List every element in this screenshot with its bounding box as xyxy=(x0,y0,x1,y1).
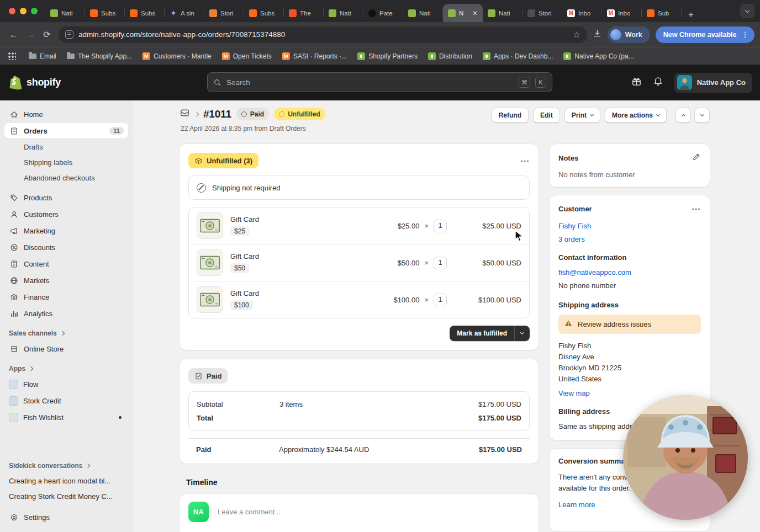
customer-email-link[interactable]: fish@nativeappco.com xyxy=(558,268,631,276)
customer-orders-link[interactable]: 3 orders xyxy=(558,235,585,243)
sidebar-item-discounts[interactable]: Discounts xyxy=(4,240,128,255)
tab-title: Stori xyxy=(539,10,557,17)
customer-name-link[interactable]: Fishy Fish xyxy=(558,222,591,230)
bookmark-item[interactable]: Shopify Partners xyxy=(357,52,418,60)
tab-close-icon[interactable]: ✕ xyxy=(472,9,478,17)
browser-tab[interactable]: Nati xyxy=(483,4,522,22)
bookmark-item[interactable]: Distribution xyxy=(428,52,472,60)
notes-card: Notes No notes from customer xyxy=(550,144,710,187)
print-button[interactable]: Print xyxy=(564,108,600,123)
item-price: $100.00 xyxy=(393,296,419,304)
apps-grid-icon[interactable] xyxy=(8,52,16,60)
bookmark-item[interactable]: MSASI · Reports ·... xyxy=(282,52,347,60)
sidebar-item-marketing[interactable]: Marketing xyxy=(4,223,128,238)
account-menu[interactable]: Native App Co xyxy=(674,73,752,93)
edit-notes-pencil-icon[interactable] xyxy=(692,152,701,163)
browser-tab[interactable]: Nati xyxy=(403,4,443,22)
sidebar-item-customers[interactable]: Customers xyxy=(4,206,128,222)
customer-menu-dots-icon[interactable]: ⋯ xyxy=(692,204,701,214)
url-bar[interactable]: admin.shopify.com/store/native-app-co/or… xyxy=(59,26,587,43)
store-name: Native App Co xyxy=(697,78,746,87)
learn-more-link[interactable]: Learn more xyxy=(558,501,595,509)
bookmark-star-icon[interactable]: ☆ xyxy=(573,30,580,40)
chrome-profile-button[interactable]: Work xyxy=(608,26,650,43)
browser-tab[interactable]: Pate xyxy=(363,4,403,22)
bookmark-item[interactable]: Native App Co (pa... xyxy=(563,52,634,60)
bookmark-item[interactable]: Email xyxy=(29,52,56,60)
browser-tab[interactable]: Nati xyxy=(45,4,85,22)
zoom-window-button[interactable] xyxy=(31,8,38,14)
sidebar-item-analytics[interactable]: Analytics xyxy=(4,306,128,321)
folder-icon xyxy=(29,54,36,59)
sidebar-item-abandoned-checkouts[interactable]: Abandoned checkouts xyxy=(4,170,128,185)
card-menu-dots-icon[interactable]: ⋯ xyxy=(520,156,530,166)
item-title[interactable]: Gift Card xyxy=(230,252,398,260)
menu-dots-icon[interactable]: ⋮ xyxy=(742,30,750,39)
previous-order-button[interactable] xyxy=(675,108,691,123)
minimize-window-button[interactable] xyxy=(20,8,27,14)
sidekick-conversation[interactable]: Creating a heart icon modal bl... xyxy=(4,473,128,488)
sidebar-item-shipping-labels[interactable]: Shipping labels xyxy=(4,155,128,170)
sidebar-item-fish-wishlist[interactable]: Fish Wishlist xyxy=(4,409,128,425)
downloads-icon[interactable] xyxy=(593,29,602,40)
browser-tab[interactable]: MInbo xyxy=(562,4,602,22)
bookmark-item[interactable]: MCustomers · Mantle xyxy=(142,52,212,60)
sidebar-item-settings[interactable]: Settings xyxy=(4,509,128,525)
browser-tab[interactable]: Subs xyxy=(85,4,125,22)
site-info-icon[interactable] xyxy=(65,30,73,39)
sidebar-item-online-store[interactable]: Online Store xyxy=(4,341,128,357)
sidebar-item-home[interactable]: Home xyxy=(4,107,128,122)
sidebar-item-orders[interactable]: Orders 11 xyxy=(4,123,128,139)
mark-as-fulfilled-button[interactable]: Mark as fulfilled xyxy=(450,326,530,341)
bookmark-item[interactable]: The Shopify App... xyxy=(67,52,132,60)
sidebar-item-drafts[interactable]: Drafts xyxy=(4,139,128,155)
sidebar-section-sidekick[interactable]: Sidekick conversations xyxy=(4,459,128,473)
item-title[interactable]: Gift Card xyxy=(230,289,393,297)
global-search-input[interactable]: Search ⌘ K xyxy=(207,72,552,92)
shopify-logo[interactable]: shopify xyxy=(9,75,61,91)
address-warning-banner[interactable]: Review address issues xyxy=(558,315,701,334)
new-tab-button[interactable]: + xyxy=(684,8,698,22)
sidebar-item-markets[interactable]: Markets xyxy=(4,273,128,288)
url-text[interactable]: admin.shopify.com/store/native-app-co/or… xyxy=(78,30,568,39)
sidebar-item-flow[interactable]: Flow xyxy=(4,376,128,392)
sidebar-section-sales-channels[interactable]: Sales channels xyxy=(4,326,128,341)
forward-button[interactable]: → xyxy=(22,26,39,43)
comment-input[interactable]: Leave a comment... xyxy=(218,508,281,516)
sidekick-conversation[interactable]: Creating Stork Credit Money C... xyxy=(4,488,128,504)
sidebar-section-apps[interactable]: Apps xyxy=(4,361,128,376)
next-order-button[interactable] xyxy=(694,108,710,123)
item-title[interactable]: Gift Card xyxy=(230,215,398,224)
close-window-button[interactable] xyxy=(9,8,15,14)
notifications-bell-icon[interactable] xyxy=(653,76,663,89)
browser-tab[interactable]: ✦A sin xyxy=(165,4,204,22)
browser-tab[interactable]: MInbo xyxy=(602,4,642,22)
fulfill-options-caret[interactable] xyxy=(515,326,530,341)
sidebar-item-finance[interactable]: Finance xyxy=(4,289,128,305)
bookmark-item[interactable]: MOpen Tickets xyxy=(222,52,272,60)
back-button[interactable]: ← xyxy=(6,26,22,43)
browser-tab-active[interactable]: N✕ xyxy=(443,4,483,22)
chevron-right-icon xyxy=(60,331,64,336)
bookmark-item[interactable]: Apps · Dev Dashb... xyxy=(483,52,553,60)
browser-tab[interactable]: Stori xyxy=(204,4,244,22)
sidebar-item-stork-credit[interactable]: Stork Credit xyxy=(4,393,128,408)
sidebar-item-products[interactable]: Products xyxy=(4,190,128,205)
reload-button[interactable]: ⟳ xyxy=(39,26,55,43)
sidebar-item-content[interactable]: Content xyxy=(4,256,128,272)
browser-tab[interactable]: Stori xyxy=(522,4,562,22)
browser-tab[interactable]: Nati xyxy=(324,4,363,22)
order-breadcrumb-icon[interactable] xyxy=(180,108,190,120)
refund-button[interactable]: Refund xyxy=(492,108,529,123)
chrome-update-button[interactable]: New Chrome available ⋮ xyxy=(656,26,754,43)
browser-tab[interactable]: Subs xyxy=(244,4,284,22)
browser-tab[interactable]: The xyxy=(284,4,324,22)
browser-tab[interactable]: Subs xyxy=(125,4,165,22)
tab-search-button[interactable] xyxy=(740,4,754,18)
more-actions-button[interactable]: More actions xyxy=(605,108,667,123)
whats-new-icon[interactable] xyxy=(631,76,642,89)
edit-button[interactable]: Edit xyxy=(533,108,560,123)
view-map-link[interactable]: View map xyxy=(558,389,590,397)
chevron-down-icon xyxy=(520,331,524,334)
browser-tab[interactable]: Sub xyxy=(642,4,682,22)
